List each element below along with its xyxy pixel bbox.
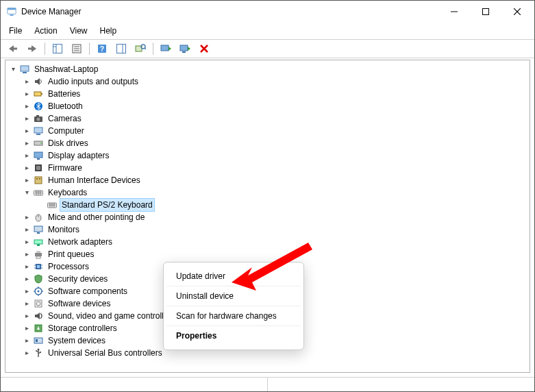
show-hide-tree-button[interactable] [49,40,66,57]
tree-category[interactable]: ▸Monitors [8,223,530,236]
x-icon [199,44,209,53]
maximize-button[interactable] [470,1,501,23]
titlebar: Device Manager [1,1,534,23]
action-pane-button[interactable] [112,40,130,57]
system-icon [33,335,44,346]
device-tree-pane[interactable]: ▾Shashwat-Laptop▸Audio inputs and output… [5,60,530,373]
chevron-right-icon[interactable]: ▸ [22,162,32,174]
keyboard-icon [33,187,44,198]
svg-marker-29 [188,47,190,51]
scan-hardware-button[interactable] [132,40,149,57]
svg-point-93 [38,349,40,351]
tree-category[interactable]: ▸Cameras [8,112,530,125]
ctx-uninstall-device[interactable]: Uninstall device [166,286,301,306]
tree-item-label: Cameras [47,112,83,125]
chevron-right-icon[interactable]: ▸ [22,260,32,273]
tree-item-label: Shashwat-Laptop [33,63,99,75]
tree-root[interactable]: ▾Shashwat-Laptop [8,63,530,75]
printer-icon [33,249,44,260]
tree-category[interactable]: ▸Bluetooth [8,100,530,112]
svg-rect-28 [182,51,186,53]
svg-rect-71 [36,251,40,253]
chevron-right-icon[interactable]: ▸ [22,211,32,223]
svg-rect-70 [35,253,42,256]
tree-category[interactable]: ▸Audio inputs and outputs [8,75,530,88]
tree-item-label: Firmware [47,162,84,174]
chevron-right-icon[interactable]: ▸ [22,248,32,260]
swdev-icon [33,298,44,309]
svg-rect-40 [36,115,39,117]
menu-action[interactable]: Action [29,25,62,37]
disable-device-button[interactable] [195,40,213,57]
forward-button[interactable] [23,40,41,57]
help-icon: ? [97,44,107,53]
toolbar-separator [45,42,45,55]
chevron-right-icon[interactable]: ▸ [22,236,32,248]
chevron-down-icon[interactable]: ▾ [8,63,18,75]
chevron-right-icon[interactable]: ▸ [22,75,32,88]
display-icon [33,150,44,161]
chevron-right-icon[interactable]: ▸ [22,285,32,297]
tree-pane-icon [53,44,62,53]
help-button[interactable]: ? [93,40,111,57]
chevron-right-icon[interactable]: ▸ [22,112,32,125]
tree-item-label: Standard PS/2 Keyboard [60,199,154,211]
tree-category[interactable]: ▸Print queues [8,248,530,260]
security-icon [33,273,44,284]
svg-point-39 [37,118,40,121]
close-button[interactable] [501,1,533,23]
tree-category[interactable]: ▸Network adapters [8,236,530,248]
svg-rect-45 [34,152,42,158]
chevron-right-icon[interactable]: ▸ [22,322,32,334]
chevron-right-icon[interactable]: ▸ [22,273,32,285]
menu-file[interactable]: File [3,25,27,37]
tree-category[interactable]: ▸Computer [8,125,530,137]
monitor-remove-icon [179,44,190,53]
chevron-right-icon[interactable]: ▸ [22,149,32,162]
tree-category[interactable]: ▸Human Interface Devices [8,174,530,186]
uninstall-device-button[interactable] [176,40,194,57]
monitor-update-icon [160,44,171,53]
disk-icon [33,138,44,149]
chevron-right-icon[interactable]: ▸ [22,310,32,322]
chevron-right-icon[interactable]: ▸ [22,100,32,112]
tree-category[interactable]: ▸Mice and other pointing de [8,211,530,223]
svg-rect-91 [36,339,38,342]
chevron-right-icon[interactable]: ▸ [22,174,32,186]
ctx-scan-hardware[interactable]: Scan for hardware changes [166,306,301,326]
firmware-icon [33,162,44,173]
chevron-right-icon[interactable]: ▸ [22,297,32,310]
back-button[interactable] [4,40,22,57]
ctx-properties[interactable]: Properties [166,326,301,345]
svg-rect-33 [23,72,27,73]
tree-device[interactable]: Standard PS/2 Keyboard [8,199,530,211]
minimize-button[interactable] [438,1,470,23]
tree-category[interactable]: ▸Disk drives [8,137,530,149]
svg-rect-46 [37,158,40,160]
chevron-right-icon[interactable]: ▸ [22,347,32,359]
svg-rect-51 [39,178,40,180]
tree-category[interactable]: ▾Keyboards [8,186,530,199]
chevron-down-icon[interactable]: ▾ [22,186,32,199]
svg-rect-1 [8,8,16,10]
svg-rect-8 [13,48,17,50]
tree-item-label: Monitors [47,223,81,236]
chevron-right-icon[interactable]: ▸ [22,88,32,100]
tree-item-label: Processors [47,260,90,273]
chevron-right-icon[interactable]: ▸ [22,334,32,347]
properties-button[interactable] [68,40,86,57]
chevron-right-icon[interactable]: ▸ [22,125,32,137]
update-driver-button[interactable] [157,40,175,57]
tree-item-label: Storage controllers [47,322,119,334]
ctx-update-driver[interactable]: Update driver [166,267,301,286]
tree-category[interactable]: ▸Batteries [8,88,530,100]
menu-help[interactable]: Help [95,25,123,37]
status-cell [268,378,534,391]
mouse-icon [33,212,44,223]
chevron-right-icon[interactable]: ▸ [22,137,32,149]
tree-category[interactable]: ▸Display adapters [8,149,530,162]
tree-category[interactable]: ▸Firmware [8,162,530,174]
chevron-right-icon[interactable]: ▸ [22,223,32,236]
svg-point-94 [36,350,37,352]
menu-view[interactable]: View [64,25,93,37]
